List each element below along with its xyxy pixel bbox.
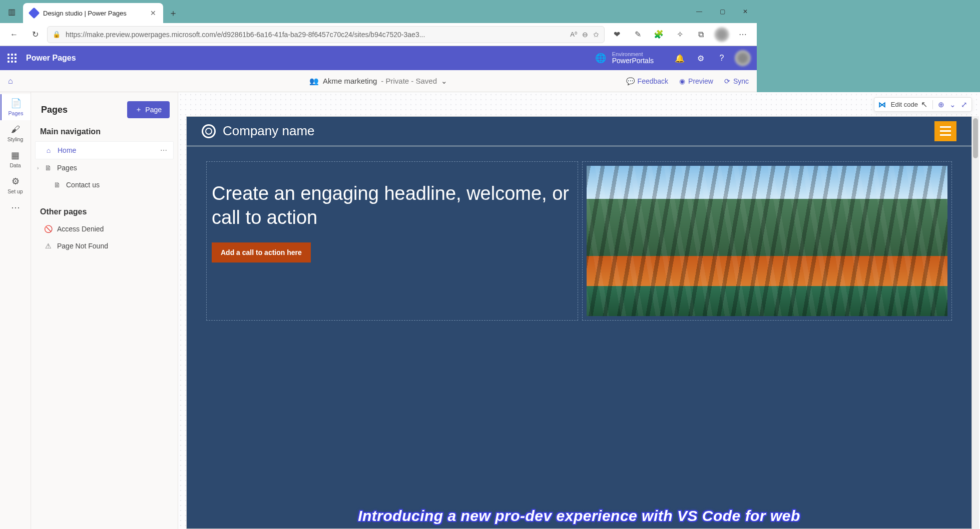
close-tab-icon[interactable]: ✕	[150, 9, 156, 17]
brand-name[interactable]: Power Pages	[26, 54, 76, 63]
rail-data[interactable]: ▦ Data	[1, 146, 31, 172]
url-text: https://make.preview.powerpages.microsof…	[66, 31, 565, 39]
rail-pages[interactable]: 📄 Pages	[1, 94, 31, 120]
sync-label: Sync	[733, 77, 749, 85]
hero-image-placeholder[interactable]	[587, 166, 757, 316]
row-more-icon[interactable]: ⋯	[160, 146, 168, 154]
settings-icon[interactable]: ⚙	[693, 50, 709, 66]
hero-image-column[interactable]	[583, 162, 757, 320]
sub-toolbar: ⌂ 👥 Akme marketing - Private - Saved ⌄ 💬…	[0, 70, 757, 92]
url-box[interactable]: 🔒 https://make.preview.powerpages.micros…	[47, 26, 605, 43]
user-avatar[interactable]	[735, 50, 751, 66]
setup-icon: ⚙	[11, 176, 21, 186]
environment-picker[interactable]: 🌐 Environment PowerPortals	[595, 51, 654, 65]
lock-icon: 🔒	[53, 31, 61, 38]
hero-cta-button[interactable]: Add a call to action here	[212, 242, 311, 262]
app-header: Power Pages 🌐 Environment PowerPortals 🔔…	[0, 46, 757, 70]
preview-button[interactable]: ◉Preview	[679, 77, 713, 85]
people-icon: 👥	[309, 77, 319, 86]
app-launcher-icon[interactable]	[6, 52, 18, 64]
feedback-icon: 💬	[626, 77, 635, 85]
access-denied-icon: 🚫	[44, 225, 52, 233]
rail-styling-label: Styling	[8, 136, 24, 142]
data-icon: ▦	[11, 150, 21, 160]
home-icon[interactable]: ⌂	[8, 77, 13, 86]
feedback-label: Feedback	[638, 77, 668, 85]
profile-avatar[interactable]	[713, 26, 731, 44]
help-icon[interactable]: ?	[714, 50, 730, 66]
browser-tab[interactable]: Design studio | Power Pages ✕	[23, 3, 163, 23]
more-icon[interactable]: ⋯	[734, 26, 752, 44]
left-rail: 📄 Pages 🖌 Styling ▦ Data ⚙ Set up ⋯	[0, 92, 31, 407]
hero-section[interactable]: Create an engaging headline, welcome, or…	[187, 147, 757, 320]
rail-styling[interactable]: 🖌 Styling	[1, 120, 31, 146]
other-pages-heading: Other pages	[31, 200, 178, 220]
close-window-button[interactable]: ✕	[734, 0, 757, 23]
main-layout: 📄 Pages 🖌 Styling ▦ Data ⚙ Set up ⋯ Page…	[0, 92, 757, 407]
rail-setup-label: Set up	[8, 188, 23, 194]
sync-button[interactable]: ⟳Sync	[724, 77, 749, 85]
other-item-not-found[interactable]: ⚠ Page Not Found	[35, 237, 174, 254]
site-switcher[interactable]: 👥 Akme marketing - Private - Saved ⌄	[309, 77, 447, 86]
shopping-icon[interactable]: ❤	[608, 26, 626, 44]
panel-title: Pages	[41, 105, 68, 115]
collections-icon[interactable]: ⧉	[692, 26, 710, 44]
site-header[interactable]: Company name	[187, 117, 757, 147]
add-page-label: Page	[145, 106, 162, 114]
extensions-icon[interactable]: 🧩	[650, 26, 668, 44]
browser-titlebar: ▥ Design studio | Power Pages ✕ ＋ — ▢ ✕	[0, 0, 757, 23]
pages-panel: Pages ＋ Page Main navigation ⌂ Home ⋯ › …	[31, 92, 178, 407]
rail-more[interactable]: ⋯	[1, 198, 31, 216]
chevron-right-icon[interactable]: ›	[37, 165, 39, 171]
page-icon: 🗎	[44, 164, 52, 172]
add-page-button[interactable]: ＋ Page	[127, 101, 170, 118]
company-name[interactable]: Company name	[223, 123, 315, 139]
hero-headline[interactable]: Create an engaging headline, welcome, or…	[212, 182, 573, 229]
edit-icon[interactable]: ✎	[629, 26, 647, 44]
pages-icon: 📄	[11, 98, 21, 108]
nav-item-home[interactable]: ⌂ Home ⋯	[35, 141, 174, 159]
other-item-label: Access Denied	[57, 225, 104, 233]
favorite-icon[interactable]: ✩	[593, 31, 599, 39]
nav-item-label: Contact us	[66, 181, 100, 189]
other-item-access-denied[interactable]: 🚫 Access Denied	[35, 220, 174, 237]
favicon-icon	[29, 8, 40, 19]
refresh-button[interactable]: ↻	[26, 26, 44, 44]
reader-mode-icon[interactable]: A⁰	[570, 31, 577, 38]
site-name: Akme marketing	[323, 77, 377, 85]
hero-text-column[interactable]: Create an engaging headline, welcome, or…	[207, 162, 578, 320]
plus-icon: ＋	[135, 105, 142, 114]
not-found-icon: ⚠	[44, 242, 52, 250]
rail-pages-label: Pages	[9, 110, 24, 116]
favorites-bar-icon[interactable]: ✧	[671, 26, 689, 44]
rail-setup[interactable]: ⚙ Set up	[1, 172, 31, 198]
page-icon: 🗎	[53, 181, 61, 189]
zoom-icon[interactable]: ⊖	[582, 31, 588, 39]
notifications-icon[interactable]: 🔔	[672, 50, 688, 66]
eye-icon: ◉	[679, 77, 685, 85]
nav-item-label: Pages	[57, 164, 77, 172]
window-controls: — ▢ ✕	[688, 0, 757, 23]
new-tab-button[interactable]: ＋	[163, 3, 183, 23]
more-icon: ⋯	[11, 202, 21, 212]
styling-icon: 🖌	[11, 124, 21, 134]
other-item-label: Page Not Found	[57, 242, 108, 250]
tab-actions-button[interactable]: ▥	[0, 0, 23, 23]
maximize-button[interactable]: ▢	[711, 0, 734, 23]
main-nav-heading: Main navigation	[31, 125, 178, 141]
feedback-button[interactable]: 💬Feedback	[626, 77, 668, 85]
rail-data-label: Data	[10, 162, 21, 168]
minimize-button[interactable]: —	[688, 0, 711, 23]
back-button[interactable]: ←	[5, 26, 23, 44]
nav-item-contact[interactable]: 🗎 Contact us	[35, 176, 174, 193]
tab-title: Design studio | Power Pages	[43, 10, 145, 17]
site-status: - Private - Saved	[381, 77, 437, 85]
environment-value: PowerPortals	[612, 57, 654, 65]
home-icon: ⌂	[45, 146, 53, 154]
sync-icon: ⟳	[724, 77, 730, 85]
globe-icon: 🌐	[595, 53, 606, 64]
nav-item-pages[interactable]: › 🗎 Pages	[35, 159, 174, 176]
nav-item-label: Home	[58, 146, 76, 154]
browser-address-bar: ← ↻ 🔒 https://make.preview.powerpages.mi…	[0, 23, 757, 46]
preview-label: Preview	[688, 77, 713, 85]
